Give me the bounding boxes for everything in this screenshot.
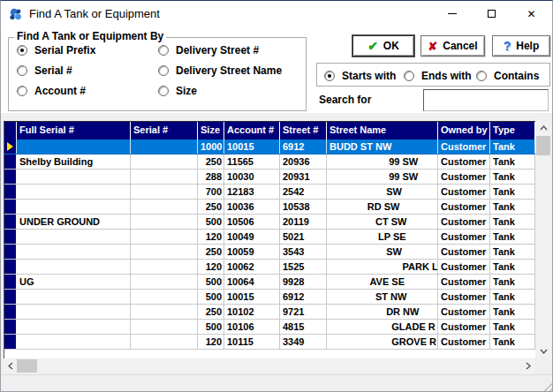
- grid-cell[interactable]: Customer: [438, 275, 490, 289]
- grid-cell[interactable]: 4815: [280, 320, 327, 334]
- grid-cell[interactable]: [131, 230, 198, 244]
- grid-cell[interactable]: 10059: [224, 245, 280, 259]
- grid-cell[interactable]: [131, 275, 198, 289]
- radio-ends-with[interactable]: Ends with: [404, 70, 472, 82]
- grid-cell[interactable]: 500: [198, 320, 224, 334]
- grid-cell[interactable]: [17, 139, 131, 154]
- grid-row[interactable]: UG500100649928 AVE SECustomerTank: [4, 275, 535, 290]
- grid-cell[interactable]: 10102: [224, 305, 280, 319]
- vertical-scroll-thumb[interactable]: [536, 136, 550, 155]
- grid-row[interactable]: Shelby Building2501156520936 99 SWCustom…: [4, 155, 535, 170]
- grid-cell[interactable]: 2542: [280, 185, 327, 199]
- ok-button[interactable]: ✔OK: [352, 35, 414, 57]
- grid-cell[interactable]: 500: [198, 290, 224, 304]
- grid-cell[interactable]: [131, 335, 198, 349]
- grid-cell[interactable]: 12183: [224, 185, 280, 199]
- grid-row[interactable]: 500100156912 ST NWCustomerTank: [4, 290, 535, 305]
- grid-row[interactable]: 2501003610538 RD SWCustomerTank: [4, 200, 535, 215]
- grid-cell[interactable]: Shelby Building: [17, 155, 131, 169]
- grid-cell[interactable]: SW: [327, 185, 438, 199]
- radio-starts-with[interactable]: Starts with: [324, 70, 396, 82]
- grid-cell[interactable]: Customer: [438, 305, 490, 319]
- grid-cell[interactable]: 6912: [280, 290, 327, 304]
- cancel-button[interactable]: ✘Cancel: [420, 35, 485, 57]
- grid-cell[interactable]: Tank: [490, 200, 535, 214]
- grid-cell[interactable]: Tank: [490, 170, 535, 184]
- horizontal-scroll-thumb[interactable]: [17, 359, 37, 373]
- grid-cell[interactable]: [131, 155, 198, 169]
- grid-cell[interactable]: [131, 320, 198, 334]
- grid-row[interactable]: 120100495021 LP SECustomerTank: [4, 230, 535, 245]
- scroll-up-button[interactable]: [535, 121, 551, 135]
- grid-cell[interactable]: 10036: [224, 200, 280, 214]
- grid-cell[interactable]: 1000: [198, 139, 224, 154]
- grid-row[interactable]: 250100593543 SWCustomerTank: [4, 245, 535, 260]
- grid-row[interactable]: 250101029721 DR NWCustomerTank: [4, 305, 535, 320]
- resize-grip[interactable]: [541, 380, 552, 391]
- grid-cell[interactable]: 120: [198, 335, 224, 349]
- grid-cell[interactable]: [131, 170, 198, 184]
- grid-cell[interactable]: 10015: [224, 290, 280, 304]
- grid-cell[interactable]: 9721: [280, 305, 327, 319]
- grid-row[interactable]: 2881003020931 99 SWCustomerTank: [4, 170, 535, 185]
- grid-cell[interactable]: 10506: [224, 215, 280, 229]
- grid-row[interactable]: 500101064815 GLADE RCustomerTank: [4, 320, 535, 335]
- grid-cell[interactable]: 10115: [224, 335, 280, 349]
- column-header[interactable]: Serial #: [131, 122, 198, 139]
- grid-cell[interactable]: [131, 215, 198, 229]
- grid-cell[interactable]: AVE SE: [327, 275, 438, 289]
- grid-cell[interactable]: Tank: [490, 320, 535, 334]
- column-header[interactable]: Owned by: [438, 122, 490, 139]
- title-bar[interactable]: Find A Tank or Equipment ✕: [1, 1, 552, 27]
- grid-row[interactable]: 120101153349 GROVE RCustomerTank: [4, 335, 535, 350]
- radio-size[interactable]: Size: [158, 85, 197, 97]
- grid-cell[interactable]: [131, 200, 198, 214]
- grid-cell[interactable]: 288: [198, 170, 224, 184]
- grid-row[interactable]: UNDER GROUND5001050620119 CT SWCustomerT…: [4, 215, 535, 230]
- column-header[interactable]: Full Serial #: [17, 122, 131, 139]
- radio-account-number[interactable]: Account #: [17, 85, 86, 97]
- grid-cell[interactable]: CT SW: [327, 215, 438, 229]
- grid-cell[interactable]: GLADE R: [327, 320, 438, 334]
- close-button[interactable]: ✕: [511, 1, 551, 26]
- column-header[interactable]: Type: [490, 122, 535, 139]
- scroll-down-button[interactable]: [535, 344, 551, 358]
- grid-cell[interactable]: 10030: [224, 170, 280, 184]
- grid-cell[interactable]: Customer: [438, 185, 490, 199]
- grid-row[interactable]: 700121832542 SWCustomerTank: [4, 185, 535, 200]
- grid-cell[interactable]: Tank: [490, 245, 535, 259]
- grid-cell[interactable]: [17, 170, 131, 184]
- grid-cell[interactable]: Customer: [438, 170, 490, 184]
- minimize-button[interactable]: [432, 1, 472, 26]
- scroll-left-button[interactable]: [4, 358, 18, 373]
- grid-cell[interactable]: 99 SW: [327, 170, 438, 184]
- grid-cell[interactable]: [17, 320, 131, 334]
- grid-row[interactable]: 1000100156912BUDD ST NWCustomerTank: [4, 139, 535, 155]
- grid-cell[interactable]: Tank: [490, 185, 535, 199]
- grid-cell[interactable]: 1525: [280, 260, 327, 274]
- column-header[interactable]: Street #: [280, 122, 327, 139]
- help-button[interactable]: ?Help: [492, 35, 550, 57]
- column-header[interactable]: Account #: [224, 122, 280, 139]
- grid-cell[interactable]: Tank: [490, 335, 535, 349]
- grid-cell[interactable]: 10049: [224, 230, 280, 244]
- vertical-scrollbar[interactable]: [535, 121, 551, 358]
- grid-cell[interactable]: Tank: [490, 155, 535, 169]
- radio-serial-prefix[interactable]: Serial Prefix: [17, 44, 95, 57]
- grid-cell[interactable]: GROVE R: [327, 335, 438, 349]
- grid-cell[interactable]: 6912: [280, 139, 327, 154]
- radio-delivery-street-name[interactable]: Delivery Street Name: [158, 64, 282, 77]
- grid-cell[interactable]: [17, 200, 131, 214]
- grid-cell[interactable]: 500: [198, 215, 224, 229]
- grid-cell[interactable]: 250: [198, 200, 224, 214]
- grid-cell[interactable]: [17, 245, 131, 259]
- grid-cell[interactable]: [131, 139, 198, 154]
- grid-cell[interactable]: [131, 305, 198, 319]
- grid-cell[interactable]: 3543: [280, 245, 327, 259]
- grid-cell[interactable]: 20931: [280, 170, 327, 184]
- grid-cell[interactable]: RD SW: [327, 200, 438, 214]
- grid-cell[interactable]: PARK L: [327, 260, 438, 274]
- grid-cell[interactable]: [17, 305, 131, 319]
- radio-delivery-street-number[interactable]: Delivery Street #: [158, 44, 259, 57]
- grid-cell[interactable]: Customer: [438, 155, 490, 169]
